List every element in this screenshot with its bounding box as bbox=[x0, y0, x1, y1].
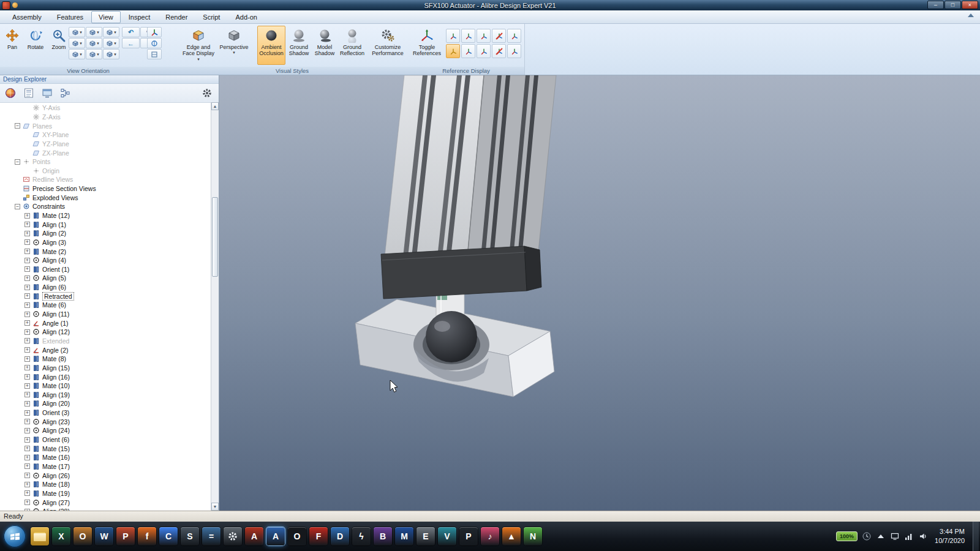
reference-toggle-10-button[interactable] bbox=[507, 44, 521, 58]
start-button[interactable] bbox=[4, 525, 26, 547]
tree-expand-toggle[interactable]: + bbox=[24, 410, 30, 416]
model-shadow-button[interactable]: Model Shadow bbox=[312, 26, 337, 65]
reference-toggle-2-button[interactable] bbox=[461, 29, 475, 43]
tree-item[interactable]: ZX-Plane bbox=[0, 148, 211, 157]
clock-icon[interactable] bbox=[862, 531, 872, 541]
menu-script[interactable]: Script bbox=[195, 11, 227, 23]
tree-expand-toggle[interactable]: + bbox=[24, 285, 30, 290]
tree-item[interactable]: +Angle (1) bbox=[0, 318, 211, 328]
tree-expand-toggle[interactable]: + bbox=[24, 482, 30, 487]
tree-item[interactable]: +Align (12) bbox=[0, 328, 211, 337]
collapse-ribbon-button[interactable] bbox=[968, 13, 974, 17]
report-view-icon[interactable] bbox=[23, 88, 34, 99]
autocad-taskbar-icon[interactable]: A bbox=[245, 527, 263, 545]
tree-item[interactable]: +Mate (6) bbox=[0, 301, 211, 310]
ambient-occlusion-button[interactable]: Ambient Occlusion bbox=[257, 26, 285, 65]
view-preset-9-button[interactable]: ▾ bbox=[103, 49, 119, 59]
file-explorer-taskbar-icon[interactable] bbox=[31, 527, 49, 545]
tree-expand-toggle[interactable]: + bbox=[24, 419, 30, 424]
tree-item[interactable]: +Mate (10) bbox=[0, 381, 211, 391]
reference-toggle-6-button[interactable] bbox=[446, 44, 460, 58]
zoom-button[interactable]: Zoom bbox=[48, 26, 70, 65]
tree-item[interactable]: +Mate (18) bbox=[0, 480, 211, 489]
alibre-taskbar-icon[interactable]: A bbox=[266, 527, 285, 545]
menu-add-on[interactable]: Add-on bbox=[228, 11, 264, 23]
tree-expand-toggle[interactable]: + bbox=[24, 302, 30, 308]
tree-item[interactable]: Precise Section Views bbox=[0, 184, 211, 193]
tree-item[interactable]: +Mate (19) bbox=[0, 489, 211, 498]
tree-expand-toggle[interactable]: + bbox=[24, 401, 30, 407]
tree-item[interactable]: Origin bbox=[0, 166, 211, 175]
opera-taskbar-icon[interactable]: O bbox=[288, 527, 306, 545]
network-icon[interactable] bbox=[904, 531, 914, 541]
view-preset-8-button[interactable]: ▾ bbox=[86, 49, 102, 59]
tree-expand-toggle[interactable]: + bbox=[24, 365, 30, 370]
tree-item[interactable]: +Align (20) bbox=[0, 399, 211, 408]
tree-expand-toggle[interactable]: + bbox=[24, 455, 30, 460]
scrollbar-thumb[interactable] bbox=[212, 197, 218, 277]
m-app-taskbar-icon[interactable]: M bbox=[395, 527, 413, 545]
roll-left-button[interactable]: ↶ bbox=[122, 27, 140, 37]
reference-toggle-7-button[interactable] bbox=[461, 44, 475, 58]
reference-toggle-1-button[interactable] bbox=[446, 29, 460, 43]
tree-item[interactable]: +Orient (6) bbox=[0, 435, 211, 444]
show-desktop-button[interactable] bbox=[973, 522, 979, 551]
menu-features[interactable]: Features bbox=[50, 11, 91, 23]
orientation-tool-2[interactable] bbox=[147, 38, 162, 48]
tree-item[interactable]: +Mate (17) bbox=[0, 462, 211, 471]
tree-item[interactable]: +Align (23) bbox=[0, 417, 211, 426]
tree-item[interactable]: +Angle (2) bbox=[0, 345, 211, 354]
tree-expand-toggle[interactable]: + bbox=[24, 222, 30, 227]
tree-item[interactable]: +Extended bbox=[0, 337, 211, 346]
tree-expand-toggle[interactable]: + bbox=[24, 213, 30, 219]
scroll-down-arrow[interactable]: ▼ bbox=[211, 503, 219, 511]
purple-app-taskbar-icon[interactable]: B bbox=[374, 527, 392, 545]
tree-item[interactable]: +Orient (1) bbox=[0, 265, 211, 274]
tree-item[interactable]: +Mate (15) bbox=[0, 444, 211, 453]
vlc-taskbar-icon[interactable]: ▲ bbox=[502, 527, 521, 545]
tree-expand-toggle[interactable]: + bbox=[24, 383, 30, 389]
view-preset-1-button[interactable]: ▾ bbox=[69, 27, 85, 37]
perspective-button[interactable]: Perspective ▾ bbox=[218, 26, 250, 65]
tree-expand-toggle[interactable]: + bbox=[24, 500, 30, 505]
tree-expand-toggle[interactable]: + bbox=[24, 266, 30, 272]
rotate-button[interactable]: Rotate bbox=[24, 26, 47, 65]
tree-expand-toggle[interactable]: + bbox=[24, 392, 30, 397]
tree-item[interactable]: +Mate (12) bbox=[0, 211, 211, 220]
previous-view-button[interactable]: ← bbox=[122, 38, 140, 48]
tree-expand-toggle[interactable]: + bbox=[24, 437, 30, 443]
tree-item[interactable]: +Mate (16) bbox=[0, 453, 211, 462]
scroll-up-arrow[interactable]: ▲ bbox=[211, 102, 219, 110]
chrome-taskbar-icon[interactable]: C bbox=[159, 527, 178, 545]
reference-toggle-5-button[interactable] bbox=[507, 29, 521, 43]
minimize-button[interactable]: – bbox=[927, 1, 944, 9]
reference-toggle-4-button[interactable] bbox=[492, 29, 506, 43]
tree-expand-toggle[interactable]: + bbox=[24, 293, 30, 299]
tree-item[interactable]: −Points bbox=[0, 157, 211, 167]
firefox-taskbar-icon[interactable]: f bbox=[138, 527, 156, 545]
view-preset-7-button[interactable]: ▾ bbox=[69, 49, 85, 59]
menu-assembly[interactable]: Assembly bbox=[5, 11, 49, 23]
view-preset-6-button[interactable]: ▾ bbox=[103, 38, 119, 48]
media-app-taskbar-icon[interactable]: P bbox=[459, 527, 478, 545]
display-icon[interactable] bbox=[890, 531, 900, 541]
green-app-taskbar-icon[interactable]: N bbox=[524, 527, 542, 545]
tree-item[interactable]: +Mate (2) bbox=[0, 247, 211, 256]
tree-item[interactable]: +Align (6) bbox=[0, 283, 211, 292]
tree-item[interactable]: +Align (1) bbox=[0, 220, 211, 229]
maximize-button[interactable]: □ bbox=[944, 1, 961, 9]
tree-expand-toggle[interactable]: + bbox=[24, 312, 30, 317]
tree-item[interactable]: YZ-Plane bbox=[0, 140, 211, 149]
calculator-taskbar-icon[interactable]: = bbox=[202, 527, 221, 545]
gray-app-taskbar-icon[interactable]: E bbox=[417, 527, 435, 545]
bolt-app-taskbar-icon[interactable]: ϟ bbox=[352, 527, 371, 545]
tree-item[interactable]: +Align (3) bbox=[0, 238, 211, 247]
tree-expand-toggle[interactable]: + bbox=[24, 490, 30, 496]
tree-expand-toggle[interactable]: + bbox=[24, 249, 30, 254]
ground-shadow-button[interactable]: Ground Shadow bbox=[287, 26, 311, 65]
tree-item[interactable]: XY-Plane bbox=[0, 130, 211, 140]
tree-item[interactable]: −Planes bbox=[0, 121, 211, 130]
tree-item[interactable]: +Align (11) bbox=[0, 310, 211, 319]
tree-expand-toggle[interactable]: + bbox=[24, 231, 30, 236]
orientation-tool-3[interactable] bbox=[147, 49, 162, 59]
